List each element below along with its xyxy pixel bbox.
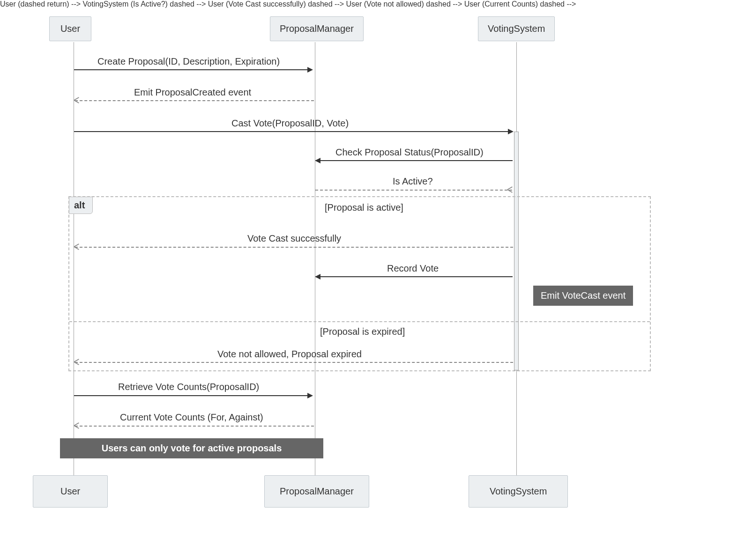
alt-condition-active: [Proposal is active] (325, 202, 403, 213)
message-create-proposal: Create Proposal(ID, Description, Expirat… (97, 56, 280, 67)
arrow-m7 (318, 276, 513, 277)
participant-label: User (60, 486, 80, 496)
participant-voting-system-top: VotingSystem (478, 16, 555, 41)
alt-divider (69, 321, 650, 322)
participant-label: ProposalManager (280, 486, 354, 496)
arrow-m8 (75, 362, 513, 363)
arrow-m10 (75, 426, 314, 427)
note-vote-cast: Emit VoteCast event (533, 286, 633, 306)
participant-label: ProposalManager (280, 23, 354, 34)
alt-fragment: alt (68, 196, 651, 371)
message-vote-cast-success: Vote Cast successfully (247, 233, 341, 244)
arrowhead-m4 (315, 158, 320, 163)
arrow-m3 (74, 131, 510, 132)
note-footer: Users can only vote for active proposals (60, 438, 323, 458)
arrow-m5 (315, 190, 512, 191)
participant-label: User (60, 23, 80, 34)
message-proposal-created: Emit ProposalCreated event (134, 87, 251, 98)
participant-voting-system-bottom: VotingSystem (469, 475, 568, 508)
sequence-diagram: User ProposalManager VotingSystem User P… (0, 0, 745, 560)
message-retrieve-counts: Retrieve Vote Counts(ProposalID) (118, 382, 259, 392)
message-record-vote: Record Vote (387, 263, 439, 274)
arrowhead-m1 (307, 67, 313, 73)
arrow-m1 (74, 69, 309, 70)
participant-proposal-manager-bottom: ProposalManager (264, 475, 369, 508)
arrow-m4 (318, 160, 513, 161)
arrow-m2 (75, 100, 314, 101)
arrow-m9 (74, 395, 309, 396)
participant-label: VotingSystem (490, 486, 547, 496)
participant-user-bottom: User (33, 475, 108, 508)
message-current-counts: Current Vote Counts (For, Against) (120, 412, 263, 423)
message-check-status: Check Proposal Status(ProposalID) (335, 147, 484, 158)
arrowhead-m9 (307, 393, 313, 398)
alt-label: alt (69, 197, 93, 214)
arrowhead-m7 (315, 274, 320, 280)
message-cast-vote: Cast Vote(ProposalID, Vote) (231, 118, 349, 129)
arrow-m6 (75, 247, 513, 248)
note-text: Users can only vote for active proposals (102, 443, 282, 453)
message-vote-not-allowed: Vote not allowed, Proposal expired (217, 349, 362, 360)
participant-proposal-manager-top: ProposalManager (270, 16, 364, 41)
note-text: Emit VoteCast event (541, 290, 626, 301)
arrowhead-m3 (508, 129, 514, 134)
alt-condition-expired: [Proposal is expired] (320, 326, 405, 337)
message-is-active: Is Active? (393, 176, 433, 187)
participant-label: VotingSystem (488, 23, 545, 34)
participant-user-top: User (49, 16, 91, 41)
